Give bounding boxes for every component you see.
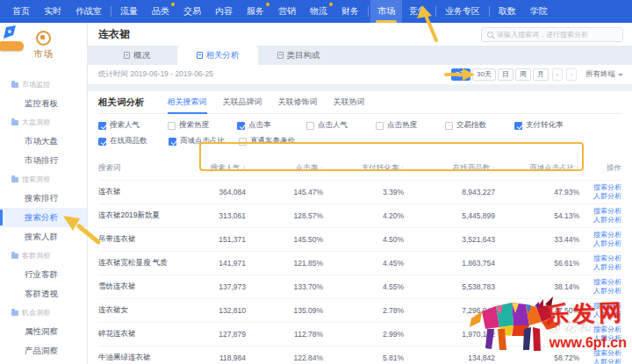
- range-30d-button[interactable]: 30天: [472, 68, 496, 81]
- nav-service[interactable]: 服务: [240, 0, 271, 23]
- tab-overview[interactable]: 概况: [97, 46, 177, 65]
- crowd-analysis-link[interactable]: 人群分析: [579, 358, 621, 364]
- nav-label: 流量: [120, 5, 138, 18]
- tab-related-analysis[interactable]: 相关分析: [177, 46, 258, 65]
- sidebar-item-industry-crowd[interactable]: 行业客群: [0, 265, 87, 284]
- sidebar-item-monitor-board[interactable]: 监控看板: [0, 94, 87, 113]
- checkbox-click-heat[interactable]: 点击热度: [376, 120, 445, 131]
- checkbox-trade-index[interactable]: 交易指数: [445, 120, 514, 131]
- online-items-cell: 8,943,227: [404, 188, 495, 196]
- sidebar-item-attribute-insight[interactable]: 属性洞察: [0, 322, 87, 341]
- prev-period-button[interactable]: ‹: [552, 68, 563, 81]
- range-month-button[interactable]: 月: [533, 68, 549, 81]
- sidebar-item-market-rank[interactable]: 市场排行: [0, 151, 87, 170]
- nav-market[interactable]: 市场: [370, 0, 402, 23]
- col-pay-conversion[interactable]: 支付转化率 ↕: [323, 163, 404, 174]
- search-popularity-cell: 132,810: [193, 306, 246, 315]
- sidebar-item-search-rank[interactable]: 搜索排行: [0, 189, 87, 208]
- sidebar-item-market-overview[interactable]: 市场大盘: [0, 132, 87, 151]
- crowd-analysis-link[interactable]: 人群分析: [579, 192, 621, 201]
- crowd-analysis-link[interactable]: 人群分析: [579, 287, 621, 296]
- table-row: 吊带连衣裙 151,371 145.50% 4.50% 3,521,643 33…: [98, 227, 621, 251]
- terminal-filter-dropdown[interactable]: 所有终端: [585, 69, 623, 80]
- search-popularity-cell: 313,061: [193, 211, 246, 220]
- top-nav: 首页 实时 作战室 流量 品类 交易 内容 服务 营销 物流 财务 市场 竞争 …: [0, 0, 632, 23]
- folder-icon: [11, 82, 18, 88]
- nav-data-extract[interactable]: 取数: [492, 0, 523, 23]
- table-row: 连衣裙 364,084 145.47% 3.39% 8,943,227 47.9…: [98, 180, 621, 203]
- section-label: 市场监控: [22, 75, 50, 94]
- stat-time: 统计时间 2019-06-19 - 2019-06-25: [98, 69, 213, 80]
- online-items-cell: 3,521,643: [404, 235, 495, 244]
- search-analysis-link[interactable]: 搜索分析: [579, 302, 621, 310]
- checkbox-search-popularity[interactable]: 搜索人气: [98, 120, 168, 131]
- nav-marketing[interactable]: 营销: [271, 0, 303, 23]
- sidebar-item-search-crowd[interactable]: 搜索人群: [0, 227, 87, 246]
- sidebar-item-search-analysis[interactable]: 搜索分析: [0, 208, 87, 227]
- range-7d-button[interactable]: 7天: [451, 68, 470, 81]
- click-rate-cell: 128.57%: [246, 211, 323, 220]
- crowd-analysis-link[interactable]: 人群分析: [579, 216, 621, 225]
- search-analysis-link[interactable]: 搜索分析: [579, 349, 621, 358]
- nav-content[interactable]: 内容: [208, 0, 240, 23]
- nav-logistics[interactable]: 物流: [303, 0, 334, 23]
- search-analysis-link[interactable]: 搜索分析: [579, 183, 621, 192]
- helper-badge[interactable]: [0, 41, 24, 51]
- col-search-popularity[interactable]: 搜索人气 ↓: [193, 163, 246, 174]
- search-input[interactable]: 请输入搜索词，进行搜索分析: [481, 27, 623, 42]
- subtab-related-search-words[interactable]: 相关搜索词: [168, 91, 207, 113]
- report-icon: [124, 52, 130, 59]
- section-title: 相关词分析: [98, 96, 145, 109]
- range-day-button[interactable]: 日: [498, 68, 514, 81]
- crowd-analysis-link[interactable]: 人群分析: [579, 334, 621, 343]
- next-period-button[interactable]: ›: [566, 68, 577, 81]
- crowd-analysis-link[interactable]: 人群分析: [579, 310, 621, 319]
- search-analysis-link[interactable]: 搜索分析: [579, 254, 621, 263]
- search-analysis-link[interactable]: 搜索分析: [579, 325, 621, 334]
- nav-realtime[interactable]: 实时: [37, 0, 68, 23]
- nav-home[interactable]: 首页: [5, 0, 37, 23]
- crowd-analysis-link[interactable]: 人群分析: [579, 263, 621, 272]
- nav-finance[interactable]: 财务: [334, 0, 366, 23]
- checkbox-mall-click-ratio[interactable]: 商城点击占比: [169, 136, 239, 146]
- sidebar-item-crowd-perspective[interactable]: 客群透视: [0, 284, 87, 303]
- crowd-analysis-link[interactable]: 人群分析: [579, 239, 621, 248]
- sidebar-item-product-insight[interactable]: 产品洞察: [0, 341, 87, 360]
- col-online-items[interactable]: 在线商品数 ↕: [404, 163, 495, 174]
- nav-trade[interactable]: 交易: [176, 0, 208, 23]
- checkbox-search-heat[interactable]: 搜索热度: [168, 120, 237, 131]
- table-row: 连衣裙宽松显瘦 气质 141,971 121.85% 4.45% 1,863,7…: [98, 251, 621, 275]
- col-click-rate[interactable]: 点击率 ↕: [246, 163, 323, 174]
- col-mall-click-ratio[interactable]: 商城点击占比 ↕: [495, 163, 579, 174]
- search-analysis-link[interactable]: 搜索分析: [579, 231, 621, 239]
- range-week-button[interactable]: 周: [515, 68, 531, 81]
- subtab-hot-words[interactable]: 关联热词: [334, 91, 365, 113]
- nav-traffic[interactable]: 流量: [113, 0, 145, 23]
- tab-category-composition[interactable]: 类目构成: [258, 46, 339, 65]
- subtab-modifier-words[interactable]: 关联修饰词: [278, 91, 318, 113]
- search-analysis-link[interactable]: 搜索分析: [579, 207, 621, 216]
- checkbox-online-items[interactable]: 在线商品数: [98, 136, 169, 146]
- folder-icon: [11, 253, 18, 259]
- nav-label: 市场: [377, 5, 395, 18]
- nav-business-zone[interactable]: 业务专区: [438, 0, 487, 23]
- online-items-cell: 7,296,044: [404, 306, 495, 315]
- keyword-cell: 连衣裙: [98, 187, 193, 197]
- nav-competition[interactable]: 竞争: [402, 0, 434, 23]
- online-items-cell: 1,970,142: [404, 330, 495, 339]
- mall-click-ratio-cell: 54.13%: [495, 211, 579, 220]
- nav-academy[interactable]: 学院: [523, 0, 555, 23]
- page-title: 连衣裙: [98, 27, 130, 42]
- checkbox-click-rate[interactable]: 点击率: [237, 120, 306, 131]
- checkbox-icon: [376, 122, 384, 130]
- nav-category[interactable]: 品类: [145, 0, 176, 23]
- sidebar-section-search-insight: 搜索洞察: [0, 170, 87, 189]
- nav-war-room[interactable]: 作战室: [68, 0, 109, 23]
- search-analysis-link[interactable]: 搜索分析: [579, 278, 621, 287]
- checkbox-ztc-reference-price[interactable]: 直通车参考价: [239, 136, 309, 146]
- folder-icon: [11, 120, 18, 125]
- checkbox-pay-conversion[interactable]: 支付转化率: [514, 120, 584, 131]
- subtab-brand-words[interactable]: 关联品牌词: [223, 91, 262, 113]
- checkbox-click-popularity[interactable]: 点击人气: [306, 120, 376, 131]
- messenger-icon[interactable]: [2, 25, 18, 40]
